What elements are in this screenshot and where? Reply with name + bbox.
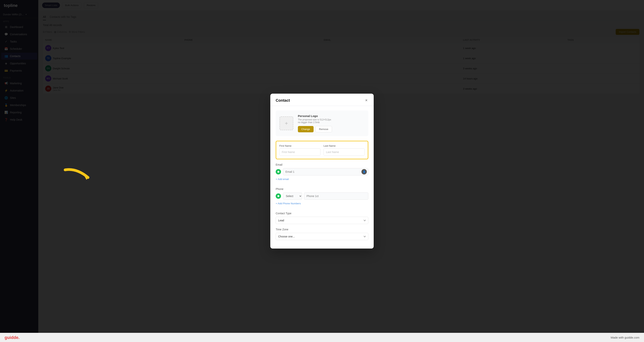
logo-desc-line2: no bigger than 2.5mb [298, 121, 320, 124]
email-row: 👤 [276, 168, 368, 176]
name-fields-row: First Name Last Name [279, 144, 365, 156]
logo-title: Personal Logo [298, 114, 332, 118]
modal-close-button[interactable]: × [364, 98, 368, 102]
contact-type-section: Contact Type Lead Customer Prospect [276, 212, 368, 224]
modal-header: Contact × [270, 94, 374, 106]
last-name-label: Last Name [324, 144, 365, 147]
timezone-label: Time Zone [276, 228, 368, 231]
name-fields-wrapper: First Name Last Name [276, 141, 368, 159]
email-input[interactable] [283, 168, 368, 176]
email-input-wrap: 👤 [283, 168, 368, 176]
first-name-label: First Name [279, 144, 320, 147]
phone-type-select[interactable]: Select [283, 192, 302, 200]
phone-label: Phone [276, 188, 368, 190]
modal-title: Contact [276, 98, 290, 103]
phone-status-dot [276, 194, 281, 199]
logo-placeholder[interactable]: + [280, 116, 293, 130]
email-section: Email 👤 + Add email [276, 163, 368, 184]
email-avatar-icon: 👤 [362, 169, 367, 174]
add-phone-button[interactable]: + Add Phone Numbers [276, 202, 301, 205]
contact-modal: Contact × + Personal Logo The proposed s… [270, 94, 374, 248]
last-name-input[interactable] [324, 148, 365, 156]
phone-section: Phone Select + Add Phone Numbers [276, 188, 368, 209]
logo-desc-line1: The proposed size is 512×512px [298, 118, 331, 121]
guidde-logo: guidde. [4, 335, 20, 340]
email-status-dot [276, 169, 281, 174]
svg-marker-0 [84, 175, 88, 180]
guidde-bar: guidde. Made with guidde.com [0, 333, 644, 342]
timezone-select[interactable]: Choose one... [276, 233, 368, 240]
logo-change-button[interactable]: Change [298, 126, 314, 132]
contact-type-label: Contact Type [276, 212, 368, 215]
modal-overlay: Contact × + Personal Logo The proposed s… [0, 0, 644, 342]
first-name-group: First Name [279, 144, 320, 156]
logo-info: Personal Logo The proposed size is 512×5… [298, 114, 332, 132]
phone-row: Select [276, 192, 368, 200]
contact-type-select[interactable]: Lead Customer Prospect [276, 217, 368, 224]
logo-upload-section: + Personal Logo The proposed size is 512… [276, 110, 368, 136]
email-label: Email [276, 163, 368, 166]
logo-remove-button[interactable]: Remove [316, 126, 332, 132]
phone-input[interactable] [304, 192, 368, 200]
guidde-tagline: Made with guidde.com [611, 336, 640, 339]
first-name-input[interactable] [279, 148, 320, 156]
timezone-section: Time Zone Choose one... [276, 228, 368, 240]
modal-body: + Personal Logo The proposed size is 512… [270, 106, 374, 248]
last-name-group: Last Name [324, 144, 365, 156]
add-email-button[interactable]: + Add email [276, 178, 289, 180]
